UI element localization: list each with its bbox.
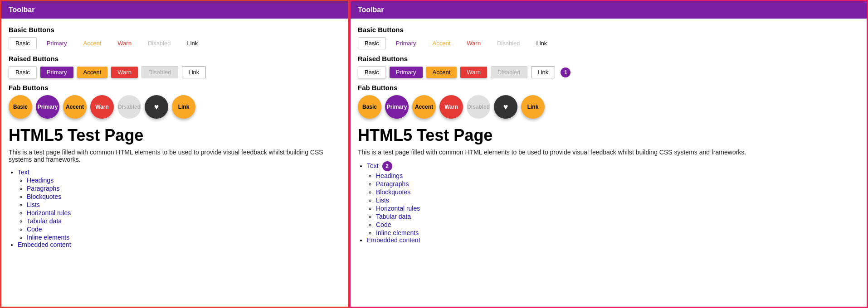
left-btn-link[interactable]: Link xyxy=(181,38,205,49)
right-fab-btn-disabled: Disabled xyxy=(467,95,490,119)
left-raised-btn-accent[interactable]: Accent xyxy=(77,67,108,78)
left-fab-btn-basic[interactable]: Basic xyxy=(9,95,32,119)
left-fab-buttons-title: Fab Buttons xyxy=(9,84,341,91)
left-fab-btn-disabled: Disabled xyxy=(117,95,141,119)
left-toc-sub-horizontal-rules: Horizontal rules xyxy=(27,209,341,217)
left-content: Basic Buttons Basic Primary Accent Warn … xyxy=(1,19,348,307)
left-raised-btn-disabled: Disabled xyxy=(141,66,178,78)
right-fab-buttons-row: Basic Primary Accent Warn Disabled ♥ Lin… xyxy=(358,95,859,119)
right-raised-btn-warn[interactable]: Warn xyxy=(460,67,487,78)
right-fab-btn-link[interactable]: Link xyxy=(521,95,545,119)
left-fab-buttons-row: Basic Primary Accent Warn Disabled ♥ Lin… xyxy=(9,95,341,119)
left-fab-btn-heart[interactable]: ♥ xyxy=(145,95,168,119)
left-toc-sub-paragraphs: Paragraphs xyxy=(27,185,341,192)
left-toc-link-blockquotes[interactable]: Blockquotes xyxy=(27,193,61,200)
right-toc-link-tabular-data[interactable]: Tabular data xyxy=(376,213,411,220)
left-raised-btn-basic[interactable]: Basic xyxy=(9,66,37,78)
left-page-desc: This is a test page filled with common H… xyxy=(9,149,341,163)
right-toc-link-text[interactable]: Text xyxy=(367,162,379,169)
right-toc-sub-blockquotes: Blockquotes xyxy=(376,188,859,196)
right-toc-sub-tabular-data: Tabular data xyxy=(376,213,859,220)
right-raised-btn-accent[interactable]: Accent xyxy=(426,67,457,78)
right-toc-sub-paragraphs: Paragraphs xyxy=(376,180,859,188)
right-toc-link-embedded[interactable]: Embedded content xyxy=(367,236,420,244)
right-toc-item-embedded: Embedded content xyxy=(367,236,859,244)
left-toc-sublist-text: Headings Paragraphs Blockquotes Lists Ho… xyxy=(18,177,341,241)
left-btn-accent[interactable]: Accent xyxy=(77,38,108,49)
left-fab-btn-primary[interactable]: Primary xyxy=(36,95,59,119)
left-btn-basic[interactable]: Basic xyxy=(9,37,37,49)
right-toc-sub-horizontal-rules: Horizontal rules xyxy=(376,205,859,212)
right-raised-buttons-title: Raised Buttons xyxy=(358,55,859,63)
left-toc-link-lists[interactable]: Lists xyxy=(27,201,40,208)
right-raised-btn-basic[interactable]: Basic xyxy=(358,66,386,78)
left-raised-btn-warn[interactable]: Warn xyxy=(111,67,138,78)
right-btn-disabled: Disabled xyxy=(491,38,527,49)
right-raised-btn-link[interactable]: Link xyxy=(531,66,556,78)
right-raised-btn-disabled: Disabled xyxy=(491,66,527,78)
left-toc-item-text: Text Headings Paragraphs Blockquotes Lis… xyxy=(18,168,341,241)
right-fab-btn-accent[interactable]: Accent xyxy=(412,95,436,119)
right-raised-buttons-row: Basic Primary Accent Warn Disabled Link … xyxy=(358,66,859,78)
left-toc-sub-lists: Lists xyxy=(27,201,341,208)
left-toolbar: Toolbar xyxy=(1,1,348,19)
right-toc-link-paragraphs[interactable]: Paragraphs xyxy=(376,180,409,188)
left-page-heading: HTML5 Test Page xyxy=(9,126,341,145)
right-toc-sub-lists: Lists xyxy=(376,197,859,204)
left-toc-list: Text Headings Paragraphs Blockquotes Lis… xyxy=(9,168,341,248)
left-btn-warn[interactable]: Warn xyxy=(111,38,138,49)
right-toc-sub-code: Code xyxy=(376,221,859,228)
left-toolbar-label: Toolbar xyxy=(9,6,34,14)
right-fab-buttons-title: Fab Buttons xyxy=(358,84,859,91)
right-toc-sublist-text: Headings Paragraphs Blockquotes Lists Ho… xyxy=(367,172,859,236)
right-raised-btn-primary[interactable]: Primary xyxy=(390,67,423,78)
right-fab-btn-warn[interactable]: Warn xyxy=(439,95,463,119)
right-fab-btn-basic[interactable]: Basic xyxy=(358,95,381,119)
right-fab-btn-primary[interactable]: Primary xyxy=(385,95,409,119)
left-btn-primary[interactable]: Primary xyxy=(40,38,73,49)
left-toc-link-tabular-data[interactable]: Tabular data xyxy=(27,217,62,225)
left-raised-btn-primary[interactable]: Primary xyxy=(40,67,73,78)
right-toc-list: Text 2 Headings Paragraphs Blockquotes L… xyxy=(358,161,859,244)
right-toolbar: Toolbar xyxy=(351,1,867,19)
left-raised-btn-link[interactable]: Link xyxy=(182,66,206,78)
right-toc-link-inline-elements[interactable]: Inline elements xyxy=(376,229,419,236)
right-basic-buttons-row: Basic Primary Accent Warn Disabled Link xyxy=(358,37,859,49)
right-btn-warn[interactable]: Warn xyxy=(460,38,487,49)
left-fab-btn-warn[interactable]: Warn xyxy=(90,95,114,119)
left-toc-link-text[interactable]: Text xyxy=(18,168,29,176)
left-toc-link-paragraphs[interactable]: Paragraphs xyxy=(27,185,59,192)
left-btn-disabled: Disabled xyxy=(141,38,177,49)
right-toolbar-label: Toolbar xyxy=(358,6,384,14)
left-toc-link-embedded[interactable]: Embedded content xyxy=(18,241,71,248)
right-toc-sub-inline-elements: Inline elements xyxy=(376,229,859,236)
right-toc-link-lists[interactable]: Lists xyxy=(376,197,389,204)
left-basic-buttons-row: Basic Primary Accent Warn Disabled Link xyxy=(9,37,341,49)
right-fab-btn-heart[interactable]: ♥ xyxy=(494,95,517,119)
left-fab-btn-link[interactable]: Link xyxy=(172,95,195,119)
left-toc-sub-tabular-data: Tabular data xyxy=(27,217,341,225)
right-toc-link-horizontal-rules[interactable]: Horizontal rules xyxy=(376,205,420,212)
left-toc-link-horizontal-rules[interactable]: Horizontal rules xyxy=(27,209,71,217)
right-toc-link-code[interactable]: Code xyxy=(376,221,391,228)
right-toc-link-headings[interactable]: Headings xyxy=(376,172,403,179)
right-toc-sub-headings: Headings xyxy=(376,172,859,179)
right-page-heading: HTML5 Test Page xyxy=(358,126,859,145)
left-basic-buttons-title: Basic Buttons xyxy=(9,26,341,34)
left-toc-sub-blockquotes: Blockquotes xyxy=(27,193,341,200)
left-raised-buttons-row: Basic Primary Accent Warn Disabled Link xyxy=(9,66,341,78)
right-btn-primary[interactable]: Primary xyxy=(390,38,423,49)
right-btn-basic[interactable]: Basic xyxy=(358,37,386,49)
right-panel: Toolbar Basic Buttons Basic Primary Acce… xyxy=(349,0,868,308)
left-toc-link-inline-elements[interactable]: Inline elements xyxy=(27,234,69,241)
left-panel: Toolbar Basic Buttons Basic Primary Acce… xyxy=(0,0,349,308)
left-fab-btn-accent[interactable]: Accent xyxy=(63,95,87,119)
left-toc-link-code[interactable]: Code xyxy=(27,226,42,233)
left-toc-link-headings[interactable]: Headings xyxy=(27,177,54,184)
raised-buttons-badge: 1 xyxy=(561,67,571,77)
right-basic-buttons-title: Basic Buttons xyxy=(358,26,859,34)
toc-text-badge: 2 xyxy=(382,161,392,171)
right-toc-link-blockquotes[interactable]: Blockquotes xyxy=(376,188,410,196)
right-btn-link[interactable]: Link xyxy=(530,38,554,49)
right-btn-accent[interactable]: Accent xyxy=(426,38,457,49)
